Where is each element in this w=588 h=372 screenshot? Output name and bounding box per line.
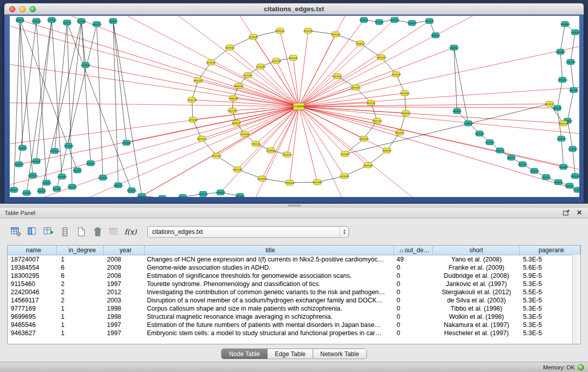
table-row[interactable]: 969969511998Structural magnetic resonanc… <box>8 313 580 321</box>
table-cell[interactable]: 1 <box>57 256 104 263</box>
graph-edge[interactable] <box>27 20 52 193</box>
table-row[interactable]: 911546021997Tourette syndrome. Phenomeno… <box>8 280 580 288</box>
table-cell[interactable]: 19384554 <box>8 264 57 271</box>
table-cell[interactable]: 9699695 <box>8 313 57 320</box>
table-cell[interactable]: Hescheler et al. (1997) <box>433 330 520 337</box>
graph-edge[interactable] <box>299 104 550 106</box>
graph-edge[interactable] <box>299 16 473 106</box>
graph-edge[interactable] <box>10 64 299 106</box>
table-mode-icon[interactable] <box>9 226 23 238</box>
window-titlebar[interactable]: citations_edges.txt <box>4 3 584 15</box>
graph-edge[interactable] <box>573 149 575 176</box>
column-header-in-degree[interactable]: in_degree <box>57 246 104 255</box>
table-cell[interactable]: 1998 <box>104 313 145 320</box>
table-cell[interactable]: 9777169 <box>8 305 57 312</box>
column-header-short[interactable]: short <box>433 246 520 255</box>
table-cell[interactable]: Dudbridge et al. (2008) <box>433 272 520 279</box>
table-cell[interactable]: 1997 <box>104 321 145 329</box>
graph-edge[interactable] <box>113 21 142 196</box>
graph-edge[interactable] <box>69 21 81 146</box>
graph-edge[interactable] <box>560 52 562 80</box>
table-cell[interactable]: 5.3E-5 <box>520 321 580 329</box>
table-cell[interactable]: 1997 <box>104 280 145 288</box>
graph-edge[interactable] <box>299 31 308 106</box>
graph-edge[interactable] <box>299 43 360 106</box>
close-window-button[interactable] <box>9 6 15 12</box>
table-cell[interactable]: 0 <box>394 297 433 304</box>
graph-edge[interactable] <box>287 106 299 155</box>
graph-edge[interactable] <box>67 23 72 187</box>
table-cell[interactable]: Wolkin et al. (1998) <box>433 313 520 320</box>
graph-edge[interactable] <box>568 121 573 149</box>
zoom-window-button[interactable] <box>30 6 36 12</box>
graph-edge[interactable] <box>571 32 575 62</box>
table-cell[interactable]: Estimation of significance thresholds fo… <box>145 272 394 279</box>
graph-edge[interactable] <box>81 21 85 65</box>
table-cell[interactable]: 2003 <box>104 297 145 304</box>
table-row[interactable]: 1830029562008Estimation of significance … <box>8 272 580 280</box>
table-cell[interactable]: 9463627 <box>8 330 57 337</box>
column-header-title[interactable]: title <box>145 246 394 255</box>
table-cell[interactable]: 1997 <box>104 330 145 337</box>
graph-edge[interactable] <box>299 106 579 134</box>
table-cell[interactable]: Estimation of the future numbers of pati… <box>145 321 394 329</box>
table-cell[interactable]: 0 <box>394 272 433 279</box>
table-cell[interactable]: Changes of HCN gene expression and I(f) … <box>145 256 394 263</box>
table-cell[interactable]: 0 <box>394 289 433 296</box>
table-cell[interactable]: 5.3E-5 <box>520 330 580 337</box>
graph-edge[interactable] <box>560 24 565 52</box>
graph-edge[interactable] <box>557 80 562 108</box>
table-cell[interactable]: 1 <box>57 321 104 329</box>
graph-edge[interactable] <box>299 87 356 106</box>
table-row[interactable]: 946554611997Estimation of the future num… <box>8 321 580 329</box>
table-cell[interactable]: 5.3E-5 <box>520 297 580 304</box>
column-header-out-degree[interactable]: △ out_de… <box>394 246 433 255</box>
graph-edge[interactable] <box>299 106 364 139</box>
panel-splitter[interactable] <box>0 204 588 208</box>
graph-edge[interactable] <box>561 139 563 167</box>
table-cell[interactable]: Franke et al. (2009) <box>433 264 520 271</box>
column-header-pagerank[interactable]: pagerank <box>520 246 580 255</box>
network-svg[interactable]: 9064119103315041127300996087701210481110… <box>10 16 579 197</box>
graph-edge[interactable] <box>571 62 574 90</box>
table-cell[interactable]: Embryonic stem cells: a model to study s… <box>145 330 394 337</box>
graph-edge[interactable] <box>299 16 399 106</box>
show-columns-icon[interactable] <box>26 226 39 238</box>
table-cell[interactable]: de Silva et al. (2003) <box>433 297 520 304</box>
create-column-icon[interactable] <box>42 226 55 238</box>
table-cell[interactable]: Corpus callosum shape and size in male p… <box>145 305 394 312</box>
graph-edge[interactable] <box>299 106 563 123</box>
table-cell[interactable]: 2008 <box>104 256 145 263</box>
graph-edge[interactable] <box>193 120 202 139</box>
table-cell[interactable]: 5.3E-5 <box>520 256 580 263</box>
table-cell[interactable]: 18300295 <box>8 272 57 279</box>
graph-edge[interactable] <box>299 106 579 169</box>
table-cell[interactable]: 5.3E-5 <box>520 313 580 320</box>
table-cell[interactable]: 9115460 <box>8 280 57 288</box>
table-cell[interactable]: 6 <box>57 272 104 279</box>
graph-edge[interactable] <box>299 106 344 176</box>
graph-edge[interactable] <box>240 16 299 106</box>
table-cell[interactable]: 6 <box>57 264 104 271</box>
graph-edge[interactable] <box>81 21 91 163</box>
graph-edge[interactable] <box>299 106 317 182</box>
table-cell[interactable]: 5.3E-5 <box>520 305 580 312</box>
table-cell[interactable]: Stergiakouli et al. (2012) <box>433 289 520 296</box>
graph-edge[interactable] <box>20 20 33 176</box>
graph-edge[interactable] <box>55 23 67 151</box>
table-cell[interactable]: 0 <box>394 321 433 329</box>
table-cell[interactable]: 2008 <box>104 272 145 279</box>
table-cell[interactable]: 49 <box>394 256 433 263</box>
table-cell[interactable]: 0 <box>394 280 433 288</box>
table-cell[interactable]: 1 <box>57 313 104 320</box>
table-cell[interactable]: 5.3E-5 <box>520 280 580 288</box>
graph-edge[interactable] <box>192 100 193 120</box>
graph-edge[interactable] <box>280 31 299 106</box>
row-height-icon[interactable] <box>58 226 72 238</box>
float-panel-icon[interactable] <box>562 209 570 216</box>
graph-edge[interactable] <box>97 24 103 178</box>
table-cell[interactable]: 0 <box>394 330 433 337</box>
table-row[interactable]: 946362711997Embryonic stem cells: a mode… <box>8 329 580 337</box>
table-row[interactable]: 2242004622012Investigating the contribut… <box>8 288 580 296</box>
table-cell[interactable]: Tibbo et al. (1998) <box>433 305 520 312</box>
